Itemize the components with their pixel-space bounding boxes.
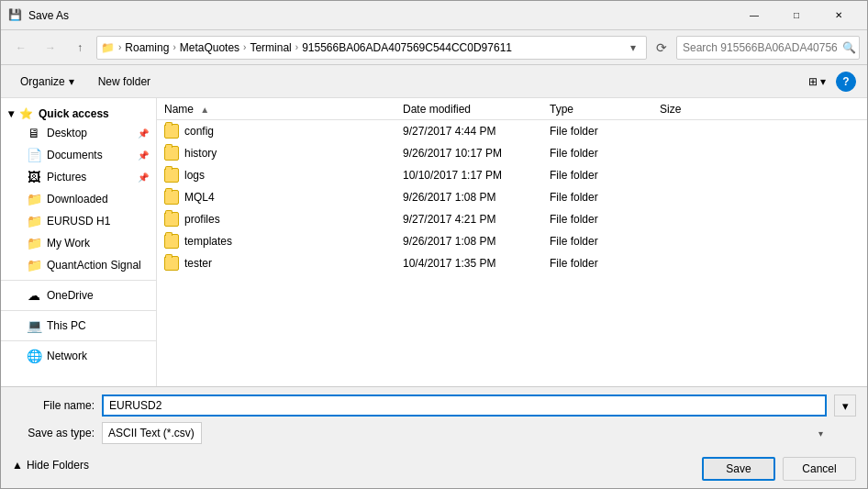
pin-icon-documents: 📌 [138, 150, 149, 161]
thispc-section: 💻 This PC [1, 315, 156, 337]
refresh-button[interactable]: ⟳ [651, 37, 673, 59]
pictures-icon: 🖼 [27, 170, 41, 184]
cancel-button[interactable]: Cancel [783, 457, 856, 481]
file-date-cell: 9/26/2017 1:08 PM [395, 235, 542, 248]
network-section: 🌐 Network [1, 345, 156, 367]
forward-button[interactable]: → [38, 36, 63, 60]
file-name-cell: profiles [157, 212, 395, 227]
folder-icon [164, 124, 179, 139]
file-row[interactable]: config 9/27/2017 4:44 PM File folder [157, 120, 867, 142]
folder-icon [164, 146, 179, 161]
title-controls: — □ ✕ [733, 1, 860, 30]
file-name-label: MQL4 [184, 191, 215, 204]
file-type-cell: File folder [542, 169, 652, 182]
onedrive-section: ☁ OneDrive [1, 284, 156, 306]
view-icon: ⊞ [808, 75, 818, 88]
address-dropdown-button[interactable]: ▾ [624, 36, 642, 60]
sidebar-item-mywork[interactable]: 📁 My Work [1, 232, 156, 254]
file-name-label: config [184, 125, 214, 138]
search-icon[interactable]: 🔍 [842, 41, 856, 54]
file-list-header: Name ▲ Date modified Type Size [157, 98, 867, 120]
sidebar-item-pictures[interactable]: 🖼 Pictures 📌 [1, 166, 156, 188]
breadcrumb-id: 915566BA06ADA407569C544CC0D97611 [302, 41, 512, 54]
view-button[interactable]: ⊞ ▾ [802, 71, 832, 93]
sidebar-item-quantaction[interactable]: 📁 QuantAction Signal [1, 254, 156, 276]
sidebar-item-downloaded[interactable]: 📁 Downloaded [1, 188, 156, 210]
filename-input[interactable] [102, 395, 827, 417]
column-header-type[interactable]: Type [542, 103, 652, 116]
organize-button[interactable]: Organize ▾ [12, 71, 83, 93]
file-name-label: templates [184, 235, 232, 248]
file-name-label: tester [184, 257, 212, 270]
file-name-label: profiles [184, 213, 220, 226]
minimize-button[interactable]: — [733, 1, 775, 30]
sidebar-item-thispc-label: This PC [47, 319, 86, 332]
column-header-size[interactable]: Size [652, 103, 726, 116]
eurusd-folder-icon: 📁 [27, 214, 41, 228]
file-row[interactable]: MQL4 9/26/2017 1:08 PM File folder [157, 186, 867, 208]
savetype-select[interactable]: ASCII Text (*.csv) [102, 422, 202, 444]
file-name-label: logs [184, 169, 205, 182]
filename-dropdown-button[interactable]: ▾ [834, 395, 856, 417]
documents-icon: 📄 [27, 148, 41, 162]
file-row[interactable]: profiles 9/27/2017 4:21 PM File folder [157, 208, 867, 230]
column-header-date[interactable]: Date modified [395, 103, 542, 116]
sidebar-item-documents[interactable]: 📄 Documents 📌 [1, 144, 156, 166]
quick-access-arrow: ▾ [8, 107, 14, 120]
window-icon: 💾 [8, 8, 23, 23]
star-icon: ⭐ [19, 107, 33, 120]
back-button[interactable]: ← [8, 36, 34, 60]
file-type-cell: File folder [542, 235, 652, 248]
folder-icon [164, 234, 179, 249]
sidebar-item-desktop-label: Desktop [47, 127, 87, 139]
save-button[interactable]: Save [702, 457, 775, 481]
close-button[interactable]: ✕ [818, 1, 860, 30]
up-button[interactable]: ↑ [67, 36, 93, 60]
sidebar-item-pictures-label: Pictures [47, 171, 86, 183]
sort-arrow-name: ▲ [200, 105, 209, 115]
sidebar-item-network[interactable]: 🌐 Network [1, 345, 156, 367]
folder-icon [164, 256, 179, 271]
file-row[interactable]: templates 9/26/2017 1:08 PM File folder [157, 230, 867, 252]
breadcrumb-metaquotes: MetaQuotes [180, 41, 239, 54]
network-icon: 🌐 [27, 349, 41, 363]
file-type-cell: File folder [542, 213, 652, 226]
filename-label: File name: [12, 399, 95, 412]
filename-row: File name: ▾ [12, 395, 856, 417]
folder-icon [164, 190, 179, 205]
main-content: ▾ ⭐ Quick access 🖥 Desktop 📌 📄 Documents… [1, 98, 867, 386]
search-input[interactable] [676, 36, 860, 60]
bottom-area: File name: ▾ Save as type: ASCII Text (*… [1, 386, 867, 488]
file-name-cell: MQL4 [157, 190, 395, 205]
file-name-cell: logs [157, 168, 395, 183]
desktop-icon: 🖥 [27, 126, 41, 140]
new-folder-button[interactable]: New folder [90, 71, 159, 93]
file-row[interactable]: tester 10/4/2017 1:35 PM File folder [157, 252, 867, 274]
file-row[interactable]: logs 10/10/2017 1:17 PM File folder [157, 164, 867, 186]
help-button[interactable]: ? [836, 72, 856, 92]
toolbar: ← → ↑ 📁 › Roaming › MetaQuotes › Termina… [1, 30, 867, 65]
file-list-container: Name ▲ Date modified Type Size config 9 [157, 98, 867, 386]
action-bar: Organize ▾ New folder ⊞ ▾ ? [1, 65, 867, 98]
sidebar-item-thispc[interactable]: 💻 This PC [1, 315, 156, 337]
file-name-cell: templates [157, 234, 395, 249]
quick-access-header[interactable]: ▾ ⭐ Quick access [1, 102, 156, 122]
sidebar-item-desktop[interactable]: 🖥 Desktop 📌 [1, 122, 156, 144]
file-row[interactable]: history 9/26/2017 10:17 PM File folder [157, 142, 867, 164]
thispc-icon: 💻 [27, 318, 41, 333]
view-arrow: ▾ [820, 75, 826, 88]
savetype-label: Save as type: [12, 427, 95, 439]
bottom-row: ▲ Hide Folders Save Cancel [12, 450, 856, 481]
sidebar-item-eurusd[interactable]: 📁 EURUSD H1 [1, 210, 156, 232]
sidebar-item-onedrive[interactable]: ☁ OneDrive [1, 284, 156, 306]
column-header-name[interactable]: Name ▲ [157, 103, 395, 116]
window-title: Save As [28, 9, 733, 22]
breadcrumb-roaming: Roaming [125, 41, 169, 54]
hide-folders-button[interactable]: ▲ Hide Folders [12, 455, 89, 475]
address-bar[interactable]: 📁 › Roaming › MetaQuotes › Terminal › 91… [96, 36, 647, 60]
pin-icon-desktop: 📌 [138, 128, 149, 139]
folder-icon [164, 212, 179, 227]
file-date-cell: 9/26/2017 10:17 PM [395, 147, 542, 160]
file-date-cell: 9/26/2017 1:08 PM [395, 191, 542, 204]
maximize-button[interactable]: □ [775, 1, 818, 30]
